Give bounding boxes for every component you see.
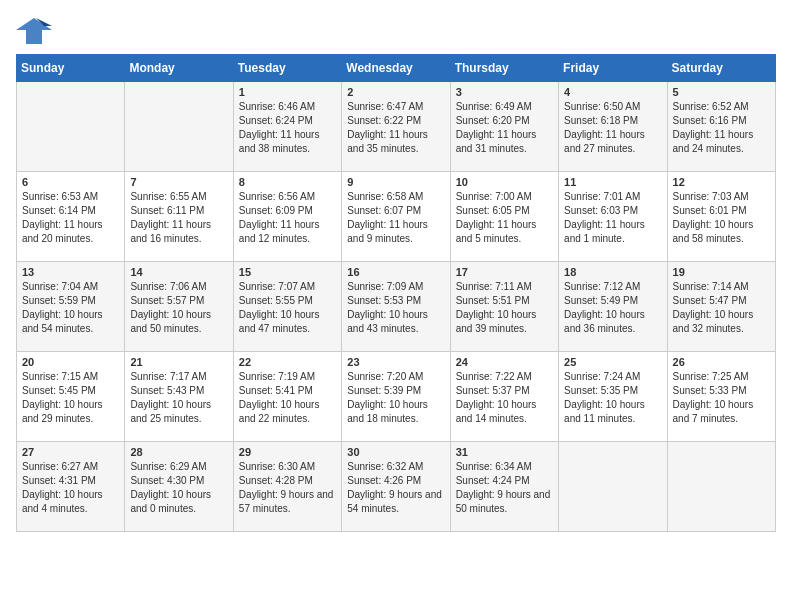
day-info: Sunrise: 7:03 AM Sunset: 6:01 PM Dayligh… bbox=[673, 190, 770, 246]
day-info: Sunrise: 6:32 AM Sunset: 4:26 PM Dayligh… bbox=[347, 460, 444, 516]
logo bbox=[16, 16, 56, 46]
calendar-cell: 4Sunrise: 6:50 AM Sunset: 6:18 PM Daylig… bbox=[559, 82, 667, 172]
day-info: Sunrise: 6:58 AM Sunset: 6:07 PM Dayligh… bbox=[347, 190, 444, 246]
day-info: Sunrise: 6:52 AM Sunset: 6:16 PM Dayligh… bbox=[673, 100, 770, 156]
day-info: Sunrise: 7:19 AM Sunset: 5:41 PM Dayligh… bbox=[239, 370, 336, 426]
calendar-cell: 30Sunrise: 6:32 AM Sunset: 4:26 PM Dayli… bbox=[342, 442, 450, 532]
calendar-week-1: 1Sunrise: 6:46 AM Sunset: 6:24 PM Daylig… bbox=[17, 82, 776, 172]
day-number: 7 bbox=[130, 176, 227, 188]
day-number: 24 bbox=[456, 356, 553, 368]
day-info: Sunrise: 6:47 AM Sunset: 6:22 PM Dayligh… bbox=[347, 100, 444, 156]
calendar-cell: 10Sunrise: 7:00 AM Sunset: 6:05 PM Dayli… bbox=[450, 172, 558, 262]
day-number: 28 bbox=[130, 446, 227, 458]
day-number: 20 bbox=[22, 356, 119, 368]
day-number: 14 bbox=[130, 266, 227, 278]
day-number: 2 bbox=[347, 86, 444, 98]
day-info: Sunrise: 7:12 AM Sunset: 5:49 PM Dayligh… bbox=[564, 280, 661, 336]
day-info: Sunrise: 7:25 AM Sunset: 5:33 PM Dayligh… bbox=[673, 370, 770, 426]
calendar-cell: 13Sunrise: 7:04 AM Sunset: 5:59 PM Dayli… bbox=[17, 262, 125, 352]
calendar-cell: 21Sunrise: 7:17 AM Sunset: 5:43 PM Dayli… bbox=[125, 352, 233, 442]
day-number: 4 bbox=[564, 86, 661, 98]
day-info: Sunrise: 6:56 AM Sunset: 6:09 PM Dayligh… bbox=[239, 190, 336, 246]
column-header-thursday: Thursday bbox=[450, 55, 558, 82]
day-info: Sunrise: 7:22 AM Sunset: 5:37 PM Dayligh… bbox=[456, 370, 553, 426]
day-number: 15 bbox=[239, 266, 336, 278]
calendar-cell: 18Sunrise: 7:12 AM Sunset: 5:49 PM Dayli… bbox=[559, 262, 667, 352]
day-info: Sunrise: 7:15 AM Sunset: 5:45 PM Dayligh… bbox=[22, 370, 119, 426]
calendar-cell: 23Sunrise: 7:20 AM Sunset: 5:39 PM Dayli… bbox=[342, 352, 450, 442]
day-info: Sunrise: 6:46 AM Sunset: 6:24 PM Dayligh… bbox=[239, 100, 336, 156]
calendar-cell: 28Sunrise: 6:29 AM Sunset: 4:30 PM Dayli… bbox=[125, 442, 233, 532]
calendar-cell: 5Sunrise: 6:52 AM Sunset: 6:16 PM Daylig… bbox=[667, 82, 775, 172]
day-number: 31 bbox=[456, 446, 553, 458]
calendar-week-3: 13Sunrise: 7:04 AM Sunset: 5:59 PM Dayli… bbox=[17, 262, 776, 352]
calendar-cell: 7Sunrise: 6:55 AM Sunset: 6:11 PM Daylig… bbox=[125, 172, 233, 262]
day-info: Sunrise: 7:14 AM Sunset: 5:47 PM Dayligh… bbox=[673, 280, 770, 336]
calendar-cell: 26Sunrise: 7:25 AM Sunset: 5:33 PM Dayli… bbox=[667, 352, 775, 442]
day-info: Sunrise: 7:06 AM Sunset: 5:57 PM Dayligh… bbox=[130, 280, 227, 336]
day-info: Sunrise: 7:00 AM Sunset: 6:05 PM Dayligh… bbox=[456, 190, 553, 246]
calendar-cell bbox=[17, 82, 125, 172]
calendar-cell: 2Sunrise: 6:47 AM Sunset: 6:22 PM Daylig… bbox=[342, 82, 450, 172]
calendar-cell: 16Sunrise: 7:09 AM Sunset: 5:53 PM Dayli… bbox=[342, 262, 450, 352]
day-info: Sunrise: 6:55 AM Sunset: 6:11 PM Dayligh… bbox=[130, 190, 227, 246]
day-number: 25 bbox=[564, 356, 661, 368]
day-info: Sunrise: 7:09 AM Sunset: 5:53 PM Dayligh… bbox=[347, 280, 444, 336]
day-info: Sunrise: 7:24 AM Sunset: 5:35 PM Dayligh… bbox=[564, 370, 661, 426]
day-info: Sunrise: 6:27 AM Sunset: 4:31 PM Dayligh… bbox=[22, 460, 119, 516]
calendar-cell: 9Sunrise: 6:58 AM Sunset: 6:07 PM Daylig… bbox=[342, 172, 450, 262]
calendar-cell bbox=[125, 82, 233, 172]
day-number: 22 bbox=[239, 356, 336, 368]
day-number: 3 bbox=[456, 86, 553, 98]
day-number: 11 bbox=[564, 176, 661, 188]
day-number: 6 bbox=[22, 176, 119, 188]
calendar-cell: 20Sunrise: 7:15 AM Sunset: 5:45 PM Dayli… bbox=[17, 352, 125, 442]
day-number: 19 bbox=[673, 266, 770, 278]
calendar-table: SundayMondayTuesdayWednesdayThursdayFrid… bbox=[16, 54, 776, 532]
day-number: 29 bbox=[239, 446, 336, 458]
day-info: Sunrise: 6:34 AM Sunset: 4:24 PM Dayligh… bbox=[456, 460, 553, 516]
column-header-tuesday: Tuesday bbox=[233, 55, 341, 82]
day-number: 17 bbox=[456, 266, 553, 278]
logo-icon bbox=[16, 16, 52, 46]
calendar-cell: 11Sunrise: 7:01 AM Sunset: 6:03 PM Dayli… bbox=[559, 172, 667, 262]
day-number: 23 bbox=[347, 356, 444, 368]
day-number: 27 bbox=[22, 446, 119, 458]
calendar-cell: 14Sunrise: 7:06 AM Sunset: 5:57 PM Dayli… bbox=[125, 262, 233, 352]
column-header-saturday: Saturday bbox=[667, 55, 775, 82]
calendar-cell: 25Sunrise: 7:24 AM Sunset: 5:35 PM Dayli… bbox=[559, 352, 667, 442]
day-info: Sunrise: 6:30 AM Sunset: 4:28 PM Dayligh… bbox=[239, 460, 336, 516]
calendar-cell: 22Sunrise: 7:19 AM Sunset: 5:41 PM Dayli… bbox=[233, 352, 341, 442]
day-info: Sunrise: 7:17 AM Sunset: 5:43 PM Dayligh… bbox=[130, 370, 227, 426]
calendar-cell: 1Sunrise: 6:46 AM Sunset: 6:24 PM Daylig… bbox=[233, 82, 341, 172]
day-number: 1 bbox=[239, 86, 336, 98]
day-number: 26 bbox=[673, 356, 770, 368]
calendar-week-2: 6Sunrise: 6:53 AM Sunset: 6:14 PM Daylig… bbox=[17, 172, 776, 262]
day-number: 30 bbox=[347, 446, 444, 458]
page-header bbox=[16, 16, 776, 46]
day-number: 5 bbox=[673, 86, 770, 98]
day-info: Sunrise: 7:01 AM Sunset: 6:03 PM Dayligh… bbox=[564, 190, 661, 246]
day-number: 16 bbox=[347, 266, 444, 278]
calendar-week-5: 27Sunrise: 6:27 AM Sunset: 4:31 PM Dayli… bbox=[17, 442, 776, 532]
calendar-cell: 24Sunrise: 7:22 AM Sunset: 5:37 PM Dayli… bbox=[450, 352, 558, 442]
calendar-cell bbox=[667, 442, 775, 532]
day-number: 9 bbox=[347, 176, 444, 188]
day-info: Sunrise: 6:50 AM Sunset: 6:18 PM Dayligh… bbox=[564, 100, 661, 156]
calendar-cell: 6Sunrise: 6:53 AM Sunset: 6:14 PM Daylig… bbox=[17, 172, 125, 262]
calendar-cell: 29Sunrise: 6:30 AM Sunset: 4:28 PM Dayli… bbox=[233, 442, 341, 532]
day-info: Sunrise: 7:11 AM Sunset: 5:51 PM Dayligh… bbox=[456, 280, 553, 336]
calendar-cell: 3Sunrise: 6:49 AM Sunset: 6:20 PM Daylig… bbox=[450, 82, 558, 172]
day-number: 12 bbox=[673, 176, 770, 188]
calendar-week-4: 20Sunrise: 7:15 AM Sunset: 5:45 PM Dayli… bbox=[17, 352, 776, 442]
calendar-cell bbox=[559, 442, 667, 532]
calendar-cell: 27Sunrise: 6:27 AM Sunset: 4:31 PM Dayli… bbox=[17, 442, 125, 532]
svg-marker-0 bbox=[16, 18, 52, 44]
calendar-cell: 8Sunrise: 6:56 AM Sunset: 6:09 PM Daylig… bbox=[233, 172, 341, 262]
calendar-cell: 17Sunrise: 7:11 AM Sunset: 5:51 PM Dayli… bbox=[450, 262, 558, 352]
day-number: 10 bbox=[456, 176, 553, 188]
day-info: Sunrise: 7:04 AM Sunset: 5:59 PM Dayligh… bbox=[22, 280, 119, 336]
day-info: Sunrise: 6:29 AM Sunset: 4:30 PM Dayligh… bbox=[130, 460, 227, 516]
day-info: Sunrise: 7:20 AM Sunset: 5:39 PM Dayligh… bbox=[347, 370, 444, 426]
column-header-sunday: Sunday bbox=[17, 55, 125, 82]
